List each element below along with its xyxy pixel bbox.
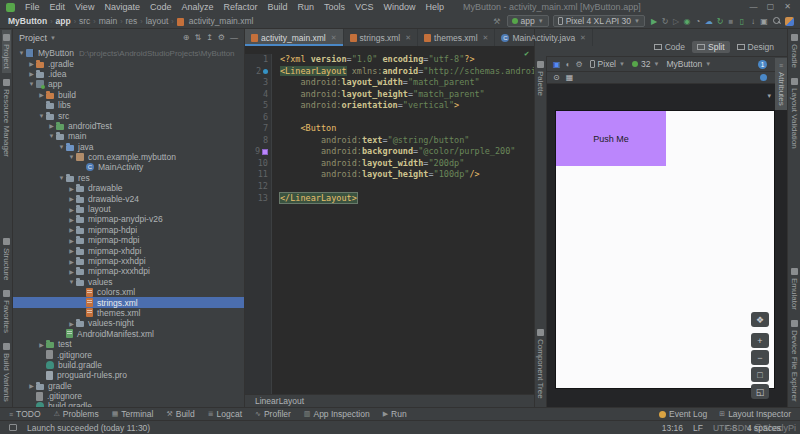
tree-item-colors-xml[interactable]: colors.xml — [13, 287, 244, 297]
tab-strings-xml[interactable]: strings.xml✕ — [344, 29, 419, 46]
run-config-select[interactable]: app ▼ — [507, 15, 549, 27]
collapse-arrow-icon[interactable]: ▼ — [67, 279, 76, 285]
issues-dot-icon[interactable] — [760, 74, 767, 81]
tab-favorites[interactable]: Favorites — [2, 286, 11, 337]
zoom-out-icon[interactable]: − — [751, 350, 769, 365]
toolwindow-profiler[interactable]: ∿Profiler — [255, 409, 291, 419]
mode-code[interactable]: Code — [649, 41, 690, 53]
api-picker[interactable]: 32▼ — [632, 59, 659, 69]
project-panel-title[interactable]: Project — [19, 33, 47, 43]
menu-analyze[interactable]: Analyze — [176, 2, 218, 12]
device-select[interactable]: Pixel 4 XL API 30 ▼ — [553, 15, 645, 27]
zoom-to-fit-icon[interactable]: □ — [751, 367, 769, 382]
device-picker[interactable]: Pixel▼ — [590, 59, 625, 69]
run-icon[interactable]: ▶ — [649, 15, 659, 28]
breadcrumb-res[interactable]: res — [123, 16, 139, 26]
tab-project[interactable]: Project — [2, 30, 11, 73]
collapse-arrow-icon[interactable]: ▼ — [57, 144, 66, 150]
expand-arrow-icon[interactable]: ▶ — [67, 237, 76, 244]
tree-item-mipmap-xhdpi[interactable]: ▶mipmap-xhdpi — [13, 245, 244, 255]
breadcrumb-file[interactable]: activity_main.xml — [187, 16, 256, 26]
tree-item-mipmap-xxhdpi[interactable]: ▶mipmap-xxhdpi — [13, 256, 244, 266]
stop-icon[interactable]: ■ — [726, 15, 736, 28]
component-gutter-icon[interactable] — [263, 69, 268, 74]
tree-item-build-gradle[interactable]: build.gradle — [13, 360, 244, 370]
profiler-icon[interactable]: ◔ — [693, 15, 703, 28]
tab-gradle[interactable]: Gradle — [790, 30, 799, 72]
expand-arrow-icon[interactable]: ▶ — [67, 320, 76, 327]
close-button[interactable]: ✕ — [779, 0, 796, 14]
toolwindow-todo[interactable]: ≡TODO — [9, 409, 41, 419]
expand-arrow-icon[interactable]: ▶ — [67, 247, 76, 254]
tree-item-test[interactable]: ▶test — [13, 339, 244, 349]
expand-arrow-icon[interactable]: ▶ — [67, 216, 76, 223]
menu-help[interactable]: Help — [421, 2, 450, 12]
tree-item-drawable[interactable]: ▶drawable — [13, 183, 244, 193]
toolwindow-terminal[interactable]: ▦Terminal — [112, 409, 154, 419]
menu-refactor[interactable]: Refactor — [218, 2, 262, 12]
expand-arrow-icon[interactable]: ▶ — [37, 341, 46, 348]
tree-item-mipmap-hdpi[interactable]: ▶mipmap-hdpi — [13, 225, 244, 235]
collapse-arrow-icon[interactable]: ▼ — [57, 175, 66, 181]
expand-arrow-icon[interactable]: ▶ — [27, 70, 36, 77]
menu-tools[interactable]: Tools — [319, 2, 350, 12]
expand-arrow-icon[interactable]: ▶ — [67, 206, 76, 213]
tree-item-layout[interactable]: ▶layout — [13, 204, 244, 214]
tree-item-androidmanifest-xml[interactable]: AndroidManifest.xml — [13, 329, 244, 339]
menu-window[interactable]: Window — [379, 2, 421, 12]
expand-arrow-icon[interactable]: ▶ — [67, 195, 76, 202]
tab-activity-main-xml[interactable]: activity_main.xml✕ — [245, 29, 344, 46]
zoom-reset-icon[interactable]: ◱ — [751, 384, 769, 399]
menu-code[interactable]: Code — [145, 2, 177, 12]
expand-all-icon[interactable]: ⇅ — [194, 33, 201, 42]
sync-project-icon[interactable]: ↻ — [715, 15, 725, 28]
avd-manager-icon[interactable]: ▣ — [759, 15, 769, 28]
tree-item-mybutton[interactable]: ▼MyButtonD:\projects\AndroidStudioProjec… — [13, 48, 244, 58]
menu-edit[interactable]: Edit — [45, 2, 71, 12]
menu-view[interactable]: View — [70, 2, 99, 12]
expand-arrow-icon[interactable]: ▶ — [67, 185, 76, 192]
apply-code-changes-icon[interactable]: ▷ — [671, 15, 681, 28]
breadcrumb-main[interactable]: main — [97, 16, 119, 26]
tab-emulator[interactable]: Emulator — [790, 264, 799, 314]
tab-structure[interactable]: Structure — [2, 234, 11, 284]
orientation-icon[interactable]: ◐ — [566, 60, 571, 69]
tab-resource-manager[interactable]: Resource Manager — [2, 75, 11, 161]
tree-item-mainactivity[interactable]: MainActivity — [13, 162, 244, 172]
hide-panel-icon[interactable]: ― — [230, 33, 238, 42]
toolwindow-problems[interactable]: ⚠Problems — [54, 409, 99, 419]
tree-item-java[interactable]: ▼java — [13, 142, 244, 152]
view-options-icon[interactable]: ⊙ — [553, 73, 560, 82]
tab-component-tree[interactable]: Component Tree — [536, 325, 545, 403]
tree-item-values[interactable]: ▼values — [13, 277, 244, 287]
menu-build[interactable]: Build — [262, 2, 292, 12]
tab-build-variants[interactable]: Build Variants — [2, 339, 11, 406]
close-tab-icon[interactable]: ✕ — [483, 34, 489, 42]
tree-item-values-night[interactable]: ▶values-night — [13, 318, 244, 328]
theme-picker[interactable]: MyButton▼ — [666, 59, 711, 69]
tree-item-com-example-mybutton[interactable]: ▼com.example.mybutton — [13, 152, 244, 162]
zoom-in-icon[interactable]: + — [751, 333, 769, 348]
profile-avatar[interactable] — [785, 17, 794, 26]
tab-palette[interactable]: Palette — [536, 57, 545, 100]
pan-icon[interactable]: ❖ — [751, 312, 769, 327]
tree-item-build[interactable]: ▶build — [13, 90, 244, 100]
tree-item-res[interactable]: ▼res — [13, 173, 244, 183]
tree-item-src[interactable]: ▼src — [13, 110, 244, 120]
toolwindow-layout-inspector[interactable]: ⊞Layout Inspector — [719, 409, 791, 419]
menu-run[interactable]: Run — [293, 2, 320, 12]
breadcrumb-layout[interactable]: layout — [144, 16, 171, 26]
tree-item-libs[interactable]: libs — [13, 100, 244, 110]
expand-arrow-icon[interactable]: ▶ — [37, 91, 46, 98]
expand-arrow-icon[interactable]: ▶ — [27, 60, 36, 67]
tree-item-mipmap-anydpi-v26[interactable]: ▶mipmap-anydpi-v26 — [13, 214, 244, 224]
tree-item-idea[interactable]: ▶.idea — [13, 69, 244, 79]
system-ui-mode-icon[interactable]: ⚙ — [575, 60, 582, 69]
expand-arrow-icon[interactable]: ▶ — [67, 226, 76, 233]
tree-item-mipmap-mdpi[interactable]: ▶mipmap-mdpi — [13, 235, 244, 245]
tree-item-themes-xml[interactable]: themes.xml — [13, 308, 244, 318]
close-tab-icon[interactable]: ✕ — [405, 34, 411, 42]
expand-arrow-icon[interactable]: ▶ — [67, 268, 76, 275]
mode-split[interactable]: Split — [692, 41, 730, 53]
collapse-arrow-icon[interactable]: ▼ — [37, 113, 46, 119]
